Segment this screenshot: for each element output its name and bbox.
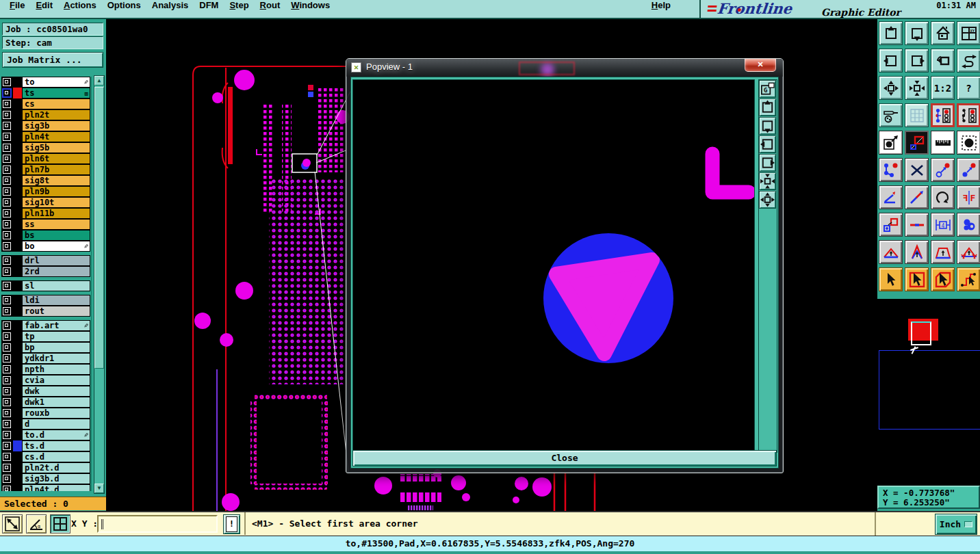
- layer-name[interactable]: sig5b: [22, 142, 90, 153]
- layer-name[interactable]: to✎: [22, 77, 90, 88]
- window-close-icon[interactable]: ✕: [745, 59, 776, 72]
- layer-row-pln11b[interactable]: pln11b: [1, 208, 90, 219]
- layer-row-pln6t[interactable]: pln6t: [1, 153, 90, 164]
- select-mode-button[interactable]: [879, 267, 903, 291]
- menu-help[interactable]: Help: [652, 0, 671, 10]
- layer-row-rout[interactable]: rout: [1, 306, 90, 317]
- layer-color-swatch[interactable]: [13, 153, 22, 164]
- layer-color-swatch[interactable]: [13, 280, 22, 291]
- job-matrix-button[interactable]: Job Matrix ...: [2, 52, 103, 68]
- select-frame-button[interactable]: [905, 267, 929, 291]
- layer-name[interactable]: bs: [22, 230, 90, 241]
- layer-name[interactable]: rouxb: [22, 408, 90, 419]
- menu-analysis[interactable]: Analysis: [152, 0, 188, 10]
- layer-name[interactable]: to.d✎: [22, 430, 90, 440]
- mirror-button[interactable]: FF: [957, 185, 980, 209]
- views-xy-button[interactable]: XY: [957, 21, 980, 45]
- layer-checkbox[interactable]: [1, 77, 13, 88]
- layer-display-button[interactable]: [931, 103, 955, 127]
- layer-color-swatch[interactable]: [13, 197, 22, 208]
- pv-fit-view-button[interactable]: [759, 191, 776, 209]
- layer-name[interactable]: pln4t: [22, 131, 90, 142]
- layer-row-sig3b.d[interactable]: sig3b.d: [1, 473, 90, 484]
- layer-checkbox[interactable]: [1, 208, 13, 219]
- layer-color-swatch[interactable]: [13, 175, 22, 186]
- layer-color-swatch[interactable]: [13, 397, 22, 408]
- layer-row-pln2t.d[interactable]: pln2t.d: [1, 462, 90, 473]
- home-view-button[interactable]: [931, 21, 955, 45]
- layer-name[interactable]: ss: [22, 219, 90, 230]
- layer-checkbox[interactable]: [1, 164, 13, 175]
- layer-color-swatch[interactable]: [13, 266, 22, 277]
- scroll-down-icon[interactable]: ▼: [94, 484, 104, 493]
- layer-checkbox[interactable]: [1, 88, 13, 98]
- zoom-out-button[interactable]: [905, 21, 929, 45]
- layer-row-pln9b[interactable]: pln9b: [1, 186, 90, 197]
- layer-row-dwk[interactable]: dwk: [1, 386, 90, 397]
- layer-checkbox[interactable]: [1, 153, 13, 164]
- pad-select-button[interactable]: [957, 131, 980, 155]
- alert-button[interactable]: !: [223, 514, 240, 534]
- scroll-up-icon[interactable]: ▲: [94, 76, 104, 85]
- layer-name[interactable]: dwk1: [22, 397, 90, 408]
- layer-color-swatch[interactable]: [13, 120, 22, 131]
- zoom-fit-button[interactable]: [879, 76, 903, 100]
- resize-button[interactable]: 4: [931, 213, 955, 237]
- layer-checkbox[interactable]: [1, 241, 13, 252]
- layer-row-pln4t[interactable]: pln4t: [1, 131, 90, 142]
- layer-checkbox[interactable]: [1, 142, 13, 153]
- layer-checkbox[interactable]: [1, 175, 13, 186]
- grid-toggle-button[interactable]: [905, 103, 929, 127]
- layer-name[interactable]: sig10t: [22, 197, 90, 208]
- layer-color-swatch[interactable]: [13, 77, 22, 88]
- chain-select-button[interactable]: [879, 158, 903, 182]
- layer-row-pln2t[interactable]: pln2t: [1, 109, 90, 120]
- layer-row-sig3b[interactable]: sig3b: [1, 120, 90, 131]
- layer-color-swatch[interactable]: [13, 331, 22, 342]
- layer-name[interactable]: bo✎: [22, 241, 90, 252]
- pv-pan-right-button[interactable]: [759, 154, 776, 172]
- pv-center-view-button[interactable]: [759, 172, 776, 190]
- layer-color-swatch[interactable]: [13, 208, 22, 219]
- layer-checkbox[interactable]: [1, 320, 13, 331]
- layer-name[interactable]: ldi: [22, 295, 90, 306]
- layer-checkbox[interactable]: [1, 364, 13, 375]
- layer-checkbox[interactable]: [1, 462, 13, 473]
- layer-checkbox[interactable]: [1, 266, 13, 277]
- pv-zoom-out-button[interactable]: [759, 117, 776, 135]
- layer-row-cs[interactable]: cs: [1, 98, 90, 109]
- layer-color-swatch[interactable]: [13, 484, 22, 491]
- layer-checkbox[interactable]: [1, 375, 13, 386]
- layer-color-swatch[interactable]: [13, 241, 22, 252]
- layer-checkbox[interactable]: [1, 451, 13, 462]
- menu-options[interactable]: Options: [107, 0, 141, 10]
- layer-name[interactable]: pln6t: [22, 153, 90, 164]
- zoom-ratio-button[interactable]: 1:2: [931, 76, 955, 100]
- layer-color-swatch[interactable]: [13, 353, 22, 364]
- layer-name[interactable]: sig3b.d: [22, 473, 90, 484]
- move-to-layer-button[interactable]: [957, 158, 980, 182]
- layer-checkbox[interactable]: [1, 109, 13, 120]
- menu-windows[interactable]: Windows: [291, 0, 330, 10]
- layer-name[interactable]: cs: [22, 98, 90, 109]
- layer-row-dwk1[interactable]: dwk1: [1, 397, 90, 408]
- pan-left-button[interactable]: [879, 49, 903, 72]
- layer-row-2rd[interactable]: 2rd: [1, 266, 90, 277]
- layer-color-swatch[interactable]: [13, 255, 22, 266]
- reshape-b-button[interactable]: [905, 240, 929, 264]
- layer-name[interactable]: ts.d: [22, 440, 90, 451]
- layer-checkbox[interactable]: [1, 430, 13, 440]
- layer-row-d[interactable]: d: [1, 419, 90, 430]
- layer-color-swatch[interactable]: [13, 419, 22, 430]
- layer-color-swatch[interactable]: [13, 164, 22, 175]
- xy-input[interactable]: [97, 515, 218, 533]
- layer-name[interactable]: fab.art✎: [22, 320, 90, 331]
- select-net-button[interactable]: [957, 267, 980, 291]
- popview-titlebar[interactable]: ✕ Popview - 1 ✕: [346, 59, 783, 77]
- layer-name[interactable]: sig8t: [22, 175, 90, 186]
- layer-name[interactable]: pln2t: [22, 109, 90, 120]
- layer-name[interactable]: drl: [22, 255, 90, 266]
- reshape-a-button[interactable]: [879, 240, 903, 264]
- layer-name[interactable]: sl: [22, 280, 90, 291]
- layer-name[interactable]: d: [22, 419, 90, 430]
